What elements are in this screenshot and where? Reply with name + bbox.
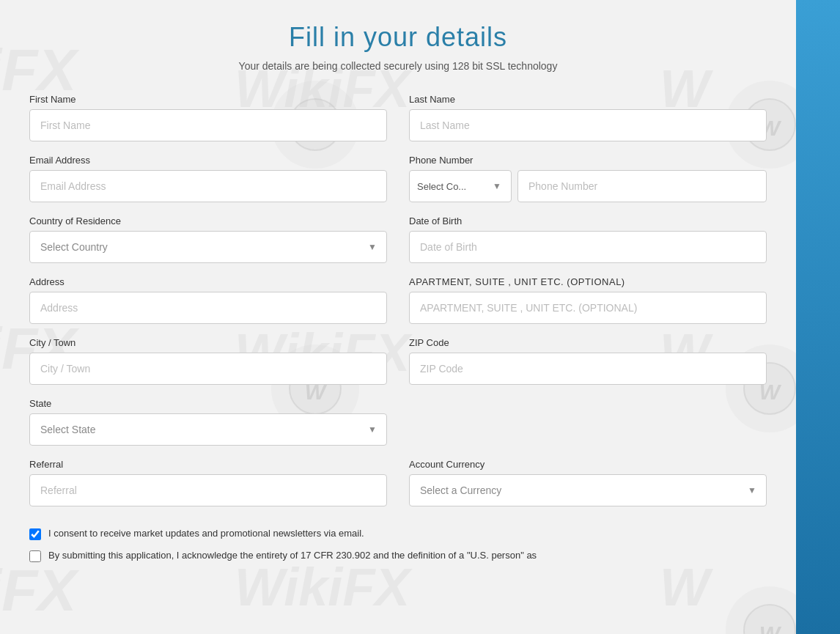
first-name-input[interactable] (29, 109, 387, 141)
svg-point-8 (744, 605, 795, 634)
dob-input[interactable] (409, 231, 767, 263)
main-content: Fill in your details Your details are be… (0, 0, 796, 600)
referral-input[interactable] (29, 474, 387, 506)
referral-label: Referral (29, 459, 387, 470)
city-input[interactable] (29, 353, 387, 385)
email-group: Email Address (29, 155, 387, 202)
city-label: City / Town (29, 337, 387, 348)
currency-label: Account Currency (409, 459, 767, 470)
email-label: Email Address (29, 155, 387, 166)
last-name-label: Last Name (409, 94, 767, 105)
consent-checkbox[interactable] (29, 528, 41, 540)
phone-country-wrapper: Select Co... ▼ (409, 170, 512, 202)
page-wrapper: iFX WikiFX W iFX WikiFX W iFX WikiFX W W… (0, 0, 840, 634)
apt-label: APARTMENT, SUITE , UNIT ETC. (OPTIONAL) (409, 276, 767, 287)
apt-input[interactable] (409, 292, 767, 324)
phone-group: Phone Number Select Co... ▼ (409, 155, 767, 202)
currency-select-wrapper: Select a Currency ▼ (409, 474, 767, 506)
city-group: City / Town (29, 337, 387, 385)
last-name-input[interactable] (409, 109, 767, 141)
checkbox-row-1: I consent to receive market updates and … (29, 527, 767, 540)
country-select[interactable]: Select Country (29, 231, 387, 263)
state-select[interactable]: Select State (29, 413, 387, 446)
address-label: Address (29, 276, 387, 287)
zip-label: ZIP Code (409, 337, 767, 348)
page-title: Fill in your details (29, 22, 767, 53)
svg-text:W: W (759, 622, 782, 634)
country-label: Country of Residence (29, 215, 387, 226)
phone-number-wrapper (517, 170, 767, 202)
dob-group: Date of Birth (409, 215, 767, 263)
email-input[interactable] (29, 170, 387, 202)
phone-number-input[interactable] (517, 170, 767, 202)
address-group: Address (29, 276, 387, 324)
currency-group: Account Currency Select a Currency ▼ (409, 459, 767, 506)
first-name-group: First Name (29, 94, 387, 141)
phone-label: Phone Number (409, 155, 767, 166)
address-input[interactable] (29, 292, 387, 324)
phone-inputs: Select Co... ▼ (409, 170, 767, 202)
last-name-group: Last Name (409, 94, 767, 141)
checkbox-row-2: By submitting this application, I acknow… (29, 549, 767, 562)
cfr-checkbox[interactable] (29, 550, 41, 562)
zip-input[interactable] (409, 353, 767, 385)
phone-country-select[interactable]: Select Co... (409, 170, 512, 202)
state-group: State Select State ▼ (29, 398, 387, 446)
country-select-wrapper: Select Country ▼ (29, 231, 387, 263)
state-label: State (29, 398, 387, 409)
form-grid: First Name Last Name Email Address Phone… (29, 94, 767, 571)
right-sidebar (796, 0, 840, 634)
state-select-wrapper: Select State ▼ (29, 413, 387, 446)
state-row-spacer (409, 398, 767, 459)
page-subtitle: Your details are being collected securel… (29, 60, 767, 72)
first-name-label: First Name (29, 94, 387, 105)
zip-group: ZIP Code (409, 337, 767, 385)
consent-label: I consent to receive market updates and … (48, 527, 364, 540)
country-group: Country of Residence Select Country ▼ (29, 215, 387, 263)
checkbox-section: I consent to receive market updates and … (29, 527, 767, 571)
cfr-label: By submitting this application, I acknow… (48, 549, 537, 562)
apt-group: APARTMENT, SUITE , UNIT ETC. (OPTIONAL) (409, 276, 767, 324)
dob-label: Date of Birth (409, 215, 767, 226)
referral-group: Referral (29, 459, 387, 506)
currency-select[interactable]: Select a Currency (409, 474, 767, 506)
